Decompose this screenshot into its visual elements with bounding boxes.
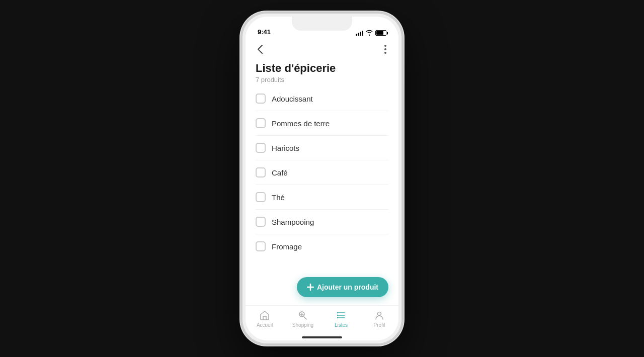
back-button[interactable] (256, 43, 265, 56)
svg-point-2 (384, 52, 386, 54)
signal-icon (356, 31, 363, 36)
add-product-button[interactable]: Ajouter un produit (297, 277, 388, 297)
svg-point-6 (337, 312, 338, 313)
bottom-nav: Accueil Shopping Listes Profil (246, 305, 398, 340)
item-label-2: Haricots (272, 144, 299, 152)
page-header: Liste d'épicerie 7 produits (246, 60, 398, 86)
page-title: Liste d'épicerie (256, 62, 388, 75)
add-product-label: Ajouter un produit (317, 283, 378, 291)
list-item: Shampooing (256, 210, 388, 234)
nav-item-shopping[interactable]: Shopping (284, 310, 322, 328)
phone-screen: 9:41 (246, 17, 398, 340)
nav-label-shopping: Shopping (292, 322, 313, 328)
add-button-area: Ajouter un produit (246, 280, 398, 305)
svg-point-8 (337, 317, 338, 318)
svg-point-1 (384, 48, 386, 50)
item-checkbox-1[interactable] (256, 118, 266, 128)
status-time: 9:41 (258, 28, 271, 36)
home-indicator (302, 336, 342, 338)
item-checkbox-3[interactable] (256, 167, 266, 177)
nav-item-listes[interactable]: Listes (322, 310, 360, 328)
item-label-0: Adoucissant (272, 95, 313, 103)
list-item: Fromage (256, 234, 388, 258)
top-nav (246, 39, 398, 60)
grocery-list[interactable]: AdoucissantPommes de terreHaricotsCaféTh… (246, 86, 398, 280)
plus-icon (307, 284, 314, 291)
app-content: Liste d'épicerie 7 produits AdoucissantP… (246, 39, 398, 340)
item-label-3: Café (272, 168, 288, 177)
svg-point-7 (337, 315, 338, 316)
item-checkbox-5[interactable] (256, 217, 266, 227)
list-item: Thé (256, 185, 388, 210)
status-bar: 9:41 (246, 17, 398, 39)
more-options-button[interactable] (382, 43, 388, 56)
status-icons (356, 30, 386, 36)
item-label-6: Fromage (272, 242, 302, 251)
nav-icon-profil (374, 310, 385, 321)
list-item: Haricots (256, 136, 388, 160)
nav-icon-accueil (259, 310, 270, 321)
list-item: Adoucissant (256, 86, 388, 111)
battery-icon (375, 30, 386, 36)
list-item: Café (256, 160, 388, 185)
wifi-icon (366, 30, 373, 36)
svg-point-0 (384, 45, 386, 47)
item-checkbox-4[interactable] (256, 192, 266, 202)
item-checkbox-2[interactable] (256, 143, 266, 153)
item-label-4: Thé (272, 193, 285, 202)
phone-frame: 9:41 (242, 13, 403, 344)
svg-point-9 (378, 312, 381, 316)
nav-label-listes: Listes (335, 322, 348, 328)
nav-icon-shopping (297, 310, 308, 321)
product-count: 7 produits (256, 76, 388, 83)
nav-label-accueil: Accueil (257, 322, 273, 328)
nav-label-profil: Profil (374, 322, 385, 328)
item-label-5: Shampooing (272, 218, 314, 226)
item-checkbox-6[interactable] (256, 241, 266, 251)
item-label-1: Pommes de terre (272, 119, 330, 128)
scene: 9:41 (0, 0, 644, 357)
list-item: Pommes de terre (256, 111, 388, 136)
nav-item-profil[interactable]: Profil (360, 310, 398, 328)
nav-icon-listes (336, 310, 347, 321)
notch (292, 17, 352, 31)
item-checkbox-0[interactable] (256, 94, 266, 104)
nav-item-accueil[interactable]: Accueil (246, 310, 284, 328)
